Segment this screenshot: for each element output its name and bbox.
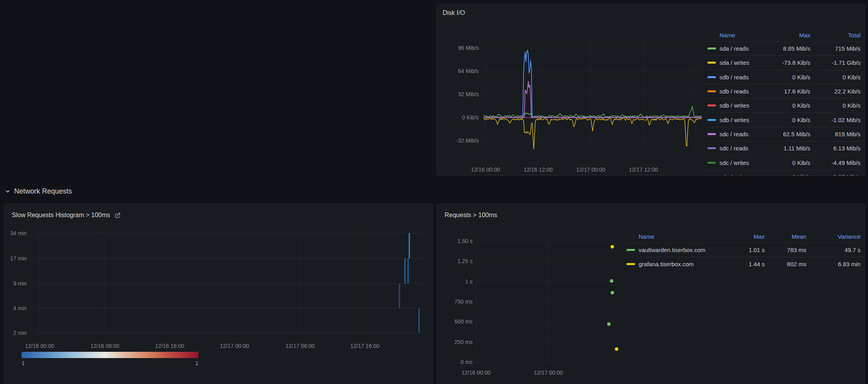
legend-column-header[interactable]: Name — [623, 233, 722, 240]
series-color-swatch — [626, 249, 635, 251]
legend-column-header[interactable]: Total — [810, 32, 861, 38]
row-toggle-network-requests[interactable]: Network Requests — [5, 185, 72, 198]
legend-column-header[interactable]: Variance — [806, 233, 861, 240]
y-axis-tick-label: 250 ms — [437, 338, 472, 346]
x-axis-tick-label: 12/17 00:00 — [569, 166, 612, 173]
disk-io-legend: NameMaxTotalsda / reads8.85 Mib/s715 Mib… — [704, 29, 861, 176]
series-name-label: sdc / reads — [720, 131, 748, 137]
series-name[interactable]: sdb / reads — [704, 88, 771, 95]
y-axis-tick-label: -32 Mib/s — [439, 137, 479, 144]
series-name[interactable]: sdb / reads — [704, 74, 771, 80]
series-color-swatch — [707, 62, 716, 64]
series-name-label: grafana.tiserbox.com — [639, 261, 694, 267]
series-line — [483, 81, 702, 117]
series-name[interactable]: sda / reads — [704, 45, 771, 52]
series-name[interactable]: sda / writes — [704, 59, 771, 66]
series-name-label: sdc / writes — [720, 159, 749, 166]
series-name-label: sdc / writes — [720, 174, 749, 176]
legend-column-header[interactable]: Name — [704, 32, 771, 38]
legend-value-total: 715 Mib/s — [810, 45, 861, 52]
panel-title-text: Requests > 100ms — [445, 212, 497, 219]
heatmap-cell — [399, 283, 400, 308]
series-name[interactable]: sdc / reads — [704, 145, 771, 152]
chevron-down-icon — [5, 188, 11, 194]
legend-row: grafana.tiserbox.com1.44 s802 ms6.83 min — [623, 257, 861, 271]
legend-value-variance: 6.83 min — [806, 261, 861, 267]
x-axis-tick-label: 12/17 08:00 — [278, 342, 322, 349]
series-name-label: vaultwarden.tiserbox.com — [639, 247, 705, 253]
legend-column-header[interactable]: Max — [722, 233, 765, 240]
series-name[interactable]: vaultwarden.tiserbox.com — [623, 247, 722, 253]
series-color-swatch — [707, 76, 716, 78]
legend-column-header[interactable]: Mean — [765, 233, 806, 240]
series-name-label: sdb / reads — [720, 74, 749, 80]
legend-value-variance: 49.7 s — [806, 247, 861, 253]
legend-value-max: 17.6 Kib/s — [771, 88, 810, 95]
legend-value-total: -4.49 Mib/s — [810, 159, 861, 166]
legend-row: sdc / writes0 Kib/s-2.05 Mib/s — [704, 170, 861, 176]
scatter-point — [611, 291, 614, 294]
x-axis-tick-label: 12/16 16:00 — [148, 342, 191, 349]
legend-row: sdb / writes0 Kib/s0 Kib/s — [704, 98, 861, 112]
legend-column-header[interactable]: Max — [771, 32, 810, 38]
y-axis-tick-label: 1.25 s — [437, 258, 472, 265]
legend-row: sdb / reads17.6 Kib/s22.2 Kib/s — [704, 84, 861, 98]
panel-title-disk-io[interactable]: Disk I/O — [443, 8, 465, 18]
legend-value-total: 6.13 Mib/s — [810, 145, 861, 152]
legend-value-total: 0 Kib/s — [810, 74, 861, 80]
series-color-swatch — [707, 104, 716, 106]
panel-title-requests[interactable]: Requests > 100ms — [445, 210, 497, 220]
legend-value-total: -1.71 Gib/s — [810, 59, 861, 66]
legend-row: sdc / reads62.5 Mib/s819 Mib/s — [704, 127, 861, 141]
y-axis-tick-label: 17 min — [5, 255, 27, 262]
legend-value-total: 0 Kib/s — [810, 102, 861, 109]
panel-title-text: Disk I/O — [443, 9, 465, 16]
x-axis-tick-label: 12/17 00:00 — [527, 369, 570, 376]
heatmap-color-scale — [22, 352, 198, 358]
legend-value-max: 1.11 Mib/s — [771, 145, 810, 152]
disk-io-chart — [483, 36, 702, 155]
legend-value-max: 1.44 s — [722, 261, 765, 267]
series-name[interactable]: sdb / writes — [704, 117, 771, 123]
series-color-swatch — [707, 162, 716, 164]
y-axis-tick-label: 64 Mib/s — [439, 68, 479, 75]
series-color-swatch — [707, 147, 716, 149]
series-name-label: sdb / reads — [720, 88, 749, 95]
legend-value-max: 0 Kib/s — [771, 159, 810, 166]
legend-header-row: NameMaxTotal — [704, 29, 861, 41]
series-color-swatch — [707, 119, 716, 121]
series-name-label: sdb / writes — [720, 102, 749, 109]
panel-title-slow-requests[interactable]: Slow Requests Histogram > 100ms — [12, 210, 121, 220]
series-name-label: sda / reads — [720, 45, 749, 52]
x-axis-tick-label: 12/16 00:00 — [18, 342, 61, 349]
external-link-icon[interactable] — [115, 212, 121, 218]
x-axis-tick-label: 12/17 00:00 — [213, 342, 256, 349]
series-name[interactable]: sdc / reads — [704, 131, 771, 137]
series-name[interactable]: sdc / writes — [704, 159, 771, 166]
y-axis-tick-label: 0 ms — [437, 358, 472, 366]
legend-row: sda / reads8.85 Mib/s715 Mib/s — [704, 41, 861, 55]
legend-value-max: 0 Kib/s — [771, 117, 810, 123]
section-title: Network Requests — [14, 187, 72, 196]
requests-scatter-chart — [476, 236, 621, 371]
legend-row: vaultwarden.tiserbox.com1.01 s783 ms49.7… — [623, 243, 861, 257]
requests-legend: NameMaxMeanVariancevaultwarden.tiserbox.… — [623, 230, 861, 271]
scatter-point — [607, 322, 611, 326]
legend-value-max: 1.01 s — [722, 247, 765, 253]
legend-value-total: -1.02 Mib/s — [810, 117, 861, 123]
y-axis-tick-label: 96 Mib/s — [439, 44, 479, 51]
legend-value-total: 22.2 Kib/s — [810, 88, 861, 95]
legend-row: sdb / reads0 Kib/s0 Kib/s — [704, 70, 861, 84]
series-line — [483, 106, 702, 117]
series-name[interactable]: sdb / writes — [704, 102, 771, 109]
series-name[interactable]: grafana.tiserbox.com — [623, 261, 722, 267]
y-axis-tick-label: 750 ms — [437, 298, 472, 305]
legend-row: sdc / reads1.11 Mib/s6.13 Mib/s — [704, 141, 861, 155]
scatter-point — [611, 245, 614, 249]
series-color-swatch — [707, 133, 716, 135]
legend-value-total: 819 Mib/s — [810, 131, 861, 137]
legend-row: sda / writes-73.8 Kib/s-1.71 Gib/s — [704, 55, 861, 69]
slow-requests-heatmap — [31, 230, 432, 337]
series-name[interactable]: sdc / writes — [704, 174, 771, 176]
y-axis-tick-label: 4 min — [5, 305, 27, 312]
